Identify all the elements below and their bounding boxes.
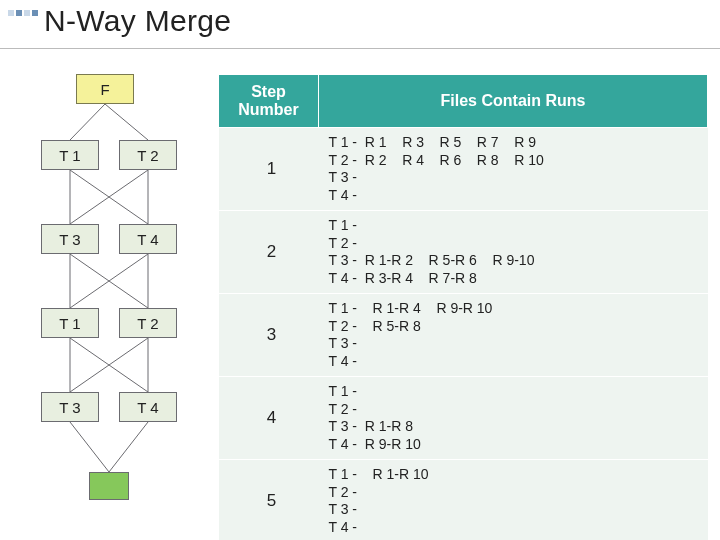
table-row: 4 T 1 - T 2 - T 3 - R 1-R 8 T 4 - R 9-R … [219,377,708,460]
table-row: 1 T 1 - R 1 R 3 R 5 R 7 R 9 T 2 - R 2 R … [219,128,708,211]
page-title: N-Way Merge [44,4,231,38]
table-row: 2 T 1 - T 2 - T 3 - R 1-R 2 R 5-R 6 R 9-… [219,211,708,294]
runs-cell: T 1 - R 1-R 4 R 9-R 10 T 2 - R 5-R 8 T 3… [319,294,708,377]
node-T4-1: T 4 [119,224,177,254]
svg-line-14 [70,422,109,472]
step-cell: 3 [219,294,319,377]
table-row: 3 T 1 - R 1-R 4 R 9-R 10 T 2 - R 5-R 8 T… [219,294,708,377]
table-row: 5 T 1 - R 1-R 10 T 2 - T 3 - T 4 - [219,460,708,541]
runs-cell: T 1 - R 1-R 10 T 2 - T 3 - T 4 - [319,460,708,541]
node-T3-1: T 3 [41,224,99,254]
svg-line-15 [109,422,148,472]
node-F: F [76,74,134,104]
runs-cell: T 1 - T 2 - T 3 - R 1-R 2 R 5-R 6 R 9-10… [319,211,708,294]
title-rule [0,48,720,49]
node-T1-2: T 1 [41,308,99,338]
node-T2-1: T 2 [119,140,177,170]
step-cell: 4 [219,377,319,460]
col-step-header: Step Number [219,75,319,128]
node-T3-2: T 3 [41,392,99,422]
node-T2-2: T 2 [119,308,177,338]
node-final [89,472,129,500]
col-runs-header: Files Contain Runs [319,75,708,128]
node-T1-1: T 1 [41,140,99,170]
node-T4-2: T 4 [119,392,177,422]
runs-table: Step Number Files Contain Runs 1 T 1 - R… [218,74,708,540]
step-cell: 1 [219,128,319,211]
svg-line-1 [105,104,148,140]
merge-diagram: F T 1 T 2 T 3 T 4 T 1 T 2 T 3 T 4 [32,74,202,526]
header-accent [8,10,38,16]
svg-line-0 [70,104,105,140]
runs-cell: T 1 - R 1 R 3 R 5 R 7 R 9 T 2 - R 2 R 4 … [319,128,708,211]
step-cell: 5 [219,460,319,541]
step-cell: 2 [219,211,319,294]
runs-cell: T 1 - T 2 - T 3 - R 1-R 8 T 4 - R 9-R 10 [319,377,708,460]
